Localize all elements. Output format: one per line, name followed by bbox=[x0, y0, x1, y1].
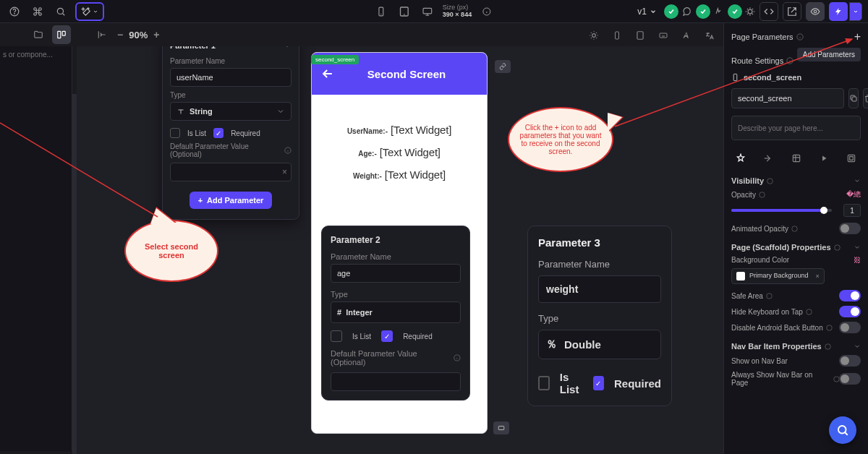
comments-icon[interactable] bbox=[681, 7, 692, 17]
command-icon[interactable] bbox=[29, 3, 46, 20]
param1-type-select[interactable]: String bbox=[170, 102, 292, 121]
parameter-2-panel: Parameter 2 Parameter Name Type #Integer… bbox=[321, 226, 470, 401]
param1-default-input[interactable] bbox=[170, 163, 292, 181]
translate-icon[interactable] bbox=[702, 27, 718, 43]
tab-actions[interactable] bbox=[760, 150, 776, 166]
svg-point-2 bbox=[57, 8, 63, 14]
param2-islist-checkbox[interactable] bbox=[331, 330, 342, 342]
canvas-size-display: Size (px) 390 × 844 bbox=[443, 4, 472, 19]
page-description-input[interactable] bbox=[731, 116, 861, 140]
plus-icon: + bbox=[198, 196, 203, 205]
add-parameter-label: Add Parameter bbox=[207, 196, 263, 205]
design-canvas[interactable]: Parameter 1 Parameter Name Type String I… bbox=[77, 46, 723, 454]
add-page-param-button[interactable]: + bbox=[854, 30, 861, 43]
size-info-icon[interactable] bbox=[479, 4, 495, 20]
text-scale-icon[interactable] bbox=[678, 27, 694, 43]
opacity-slider[interactable] bbox=[731, 209, 832, 212]
preview-eye-button[interactable] bbox=[806, 2, 825, 21]
nav-title: Nav Bar Item Properties bbox=[731, 342, 822, 351]
bg-color-chip[interactable]: Primary Background × bbox=[731, 268, 825, 284]
screen-title: Second Screen bbox=[342, 68, 471, 80]
tab-style[interactable] bbox=[733, 150, 749, 166]
page-name-input[interactable] bbox=[731, 88, 844, 108]
screen-tag: second_screen bbox=[311, 55, 359, 64]
param3-type-select[interactable]: ％ Double bbox=[538, 330, 661, 359]
param2-title: Parameter 2 bbox=[331, 235, 380, 245]
actions-icon[interactable] bbox=[713, 7, 723, 17]
tab-state[interactable] bbox=[843, 150, 859, 166]
param3-title: Parameter 3 bbox=[538, 236, 600, 249]
param2-type-select[interactable]: #Integer bbox=[331, 301, 461, 323]
bug-icon[interactable] bbox=[745, 7, 755, 17]
row-username-key: UserName:- bbox=[347, 127, 388, 135]
param2-name-input[interactable] bbox=[331, 264, 461, 283]
param1-islist-checkbox[interactable] bbox=[170, 128, 180, 138]
search-icon[interactable] bbox=[52, 3, 69, 20]
tab-animations[interactable] bbox=[816, 150, 832, 166]
bg-link-icon[interactable]: ⛓ bbox=[854, 256, 861, 264]
add-params-tooltip: Add Parameters bbox=[797, 48, 861, 61]
help-icon[interactable] bbox=[6, 3, 23, 20]
run-button[interactable] bbox=[829, 2, 848, 21]
tab-backend[interactable] bbox=[788, 150, 804, 166]
code-view-button[interactable] bbox=[760, 2, 778, 21]
help-fab[interactable] bbox=[829, 416, 856, 444]
run-dropdown[interactable] bbox=[849, 2, 862, 21]
back-icon[interactable] bbox=[320, 67, 335, 81]
open-external-button[interactable] bbox=[783, 2, 801, 21]
device-tablet-icon[interactable] bbox=[632, 27, 648, 43]
safe-area-toggle[interactable] bbox=[839, 290, 861, 301]
param1-required-checkbox[interactable]: ✓ bbox=[213, 128, 224, 138]
param1-type-label: Type bbox=[170, 91, 292, 99]
animated-opacity-toggle[interactable] bbox=[839, 223, 861, 234]
param3-required-checkbox[interactable]: ✓ bbox=[593, 376, 604, 390]
param2-default-label: Default Parameter Value (Optional) bbox=[331, 349, 451, 367]
version-selector[interactable]: v1 bbox=[634, 7, 660, 17]
search-components-hint: s or compone... bbox=[3, 51, 69, 59]
link-badge-icon[interactable] bbox=[495, 60, 511, 73]
always-nav-toggle[interactable] bbox=[839, 373, 861, 385]
svg-point-35 bbox=[838, 426, 846, 434]
svg-rect-9 bbox=[58, 31, 61, 38]
param3-type-label: Type bbox=[538, 313, 661, 324]
clear-icon[interactable]: × bbox=[282, 167, 287, 177]
opacity-settings-icon[interactable]: �總 bbox=[846, 189, 861, 200]
bg-color-label: Background Color bbox=[731, 256, 789, 264]
folder-icon[interactable] bbox=[29, 25, 48, 44]
bg-chip-label: Primary Background bbox=[749, 273, 809, 280]
keyboard-icon[interactable] bbox=[655, 27, 671, 43]
remove-bg-icon[interactable]: × bbox=[816, 273, 820, 280]
zoom-in-button[interactable]: + bbox=[153, 29, 159, 40]
svg-point-29 bbox=[807, 309, 812, 314]
device-mobile-icon[interactable] bbox=[609, 27, 625, 43]
tablet-preview-icon[interactable] bbox=[396, 4, 412, 20]
device-foot-icon[interactable] bbox=[493, 421, 509, 434]
hide-kb-toggle[interactable] bbox=[839, 306, 861, 317]
storyboard-icon[interactable] bbox=[52, 25, 71, 44]
param3-islist-checkbox[interactable] bbox=[538, 376, 550, 390]
disable-back-label: Disable Android Back Button bbox=[731, 324, 823, 332]
svg-point-30 bbox=[827, 325, 833, 330]
mobile-preview-icon[interactable] bbox=[373, 4, 389, 20]
param2-name-label: Parameter Name bbox=[331, 252, 461, 261]
desktop-preview-icon[interactable] bbox=[420, 4, 435, 20]
delete-button[interactable] bbox=[863, 88, 868, 108]
collapse-icon[interactable] bbox=[93, 25, 111, 44]
param2-required-checkbox[interactable]: ✓ bbox=[381, 330, 393, 342]
copy-button[interactable] bbox=[848, 88, 859, 108]
zoom-out-button[interactable]: − bbox=[117, 29, 123, 40]
svg-rect-21 bbox=[852, 97, 856, 101]
chevron-down-icon[interactable] bbox=[283, 46, 292, 50]
route-settings-label: Route Settings bbox=[731, 56, 783, 65]
show-nav-toggle[interactable] bbox=[839, 355, 861, 367]
param3-name-input[interactable] bbox=[538, 275, 661, 303]
ai-magic-button[interactable] bbox=[75, 2, 104, 21]
param1-name-input[interactable] bbox=[170, 68, 292, 87]
add-parameter-button[interactable]: + Add Parameter bbox=[190, 192, 273, 209]
param1-type-value: String bbox=[190, 107, 213, 116]
opacity-value[interactable]: 1 bbox=[843, 204, 861, 217]
svg-rect-13 bbox=[637, 32, 643, 40]
disable-back-toggle[interactable] bbox=[839, 322, 861, 333]
param2-default-input[interactable] bbox=[331, 372, 461, 391]
theme-toggle-icon[interactable] bbox=[586, 27, 602, 43]
